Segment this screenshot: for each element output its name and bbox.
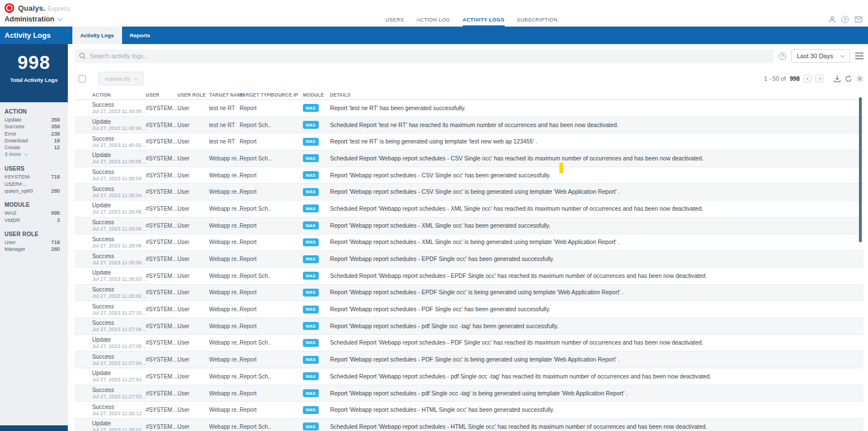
table-row[interactable]: SuccessJul 27, 2023 11:30:04 ...#SYSTEM.… <box>75 184 863 201</box>
action-label: Success <box>92 236 146 242</box>
date-range-select[interactable]: Last 30 Days <box>791 49 850 63</box>
table-row[interactable]: SuccessJul 27, 2023 11:29:06 ...#SYSTEM.… <box>75 217 863 234</box>
tab-activity-logs[interactable]: Activity Logs <box>72 27 122 44</box>
search-box[interactable] <box>75 49 774 63</box>
cell-user-role: User <box>177 155 209 162</box>
action-label: Success <box>92 404 146 410</box>
table-row[interactable]: SuccessJul 27, 2023 11:30:04 ...#SYSTEM.… <box>75 167 863 184</box>
filter-item-success[interactable]: Success359 <box>0 123 68 130</box>
filter-item-label: Create <box>5 144 20 151</box>
cell-target-name: Webapp re... <box>209 407 240 413</box>
column-header-action[interactable]: ACTION <box>92 92 146 98</box>
filter-item-manager[interactable]: Manager280 <box>0 246 68 252</box>
search-help-icon[interactable]: ? <box>779 53 786 60</box>
module-badge: WAS <box>303 306 319 314</box>
next-page-button[interactable] <box>815 75 823 82</box>
pagination-total: 998 <box>789 75 800 82</box>
filter-item-vmdr[interactable]: VMDR3 <box>0 217 68 224</box>
action-timestamp: Jul 27, 2023 11:28:09 ... <box>92 260 146 265</box>
table-row[interactable]: UpdateJul 27, 2023 11:27:04 ...#SYSTEM..… <box>75 368 863 385</box>
cell-user: #SYSTEM... <box>146 138 177 145</box>
cell-module: WAS <box>303 356 330 364</box>
filter-item-download[interactable]: Download19 <box>0 137 68 144</box>
search-input[interactable] <box>90 53 769 59</box>
cell-target-name: Webapp re... <box>209 256 240 262</box>
top-icons: ? <box>828 16 862 23</box>
top-nav-activity-logs[interactable]: ACTIVITY LOGS <box>463 17 505 27</box>
filter-item-error[interactable]: Error238 <box>0 130 68 137</box>
cell-module: WAS <box>303 372 330 380</box>
filter-more-link[interactable]: 3 more <box>0 151 68 158</box>
table-row[interactable]: SuccessJul 27, 2023 11:40:09 ...#SYSTEM.… <box>75 100 863 117</box>
cell-module: WAS <box>303 255 330 263</box>
table-row[interactable]: SuccessJul 27, 2023 11:28:02 ...#SYSTEM.… <box>75 285 863 302</box>
cell-user: #SYSTEM... <box>146 323 177 329</box>
settings-gear-icon[interactable] <box>856 75 863 82</box>
table-row[interactable]: SuccessJul 27, 2023 11:28:09 ...#SYSTEM.… <box>75 251 863 268</box>
cell-user-role: User <box>177 407 209 413</box>
filter-item-user[interactable]: User718 <box>0 239 68 246</box>
filter-item-system-user[interactable]: #SYSTEM-USER#...718 <box>0 173 68 188</box>
column-header-user[interactable]: USER <box>146 92 177 98</box>
mail-icon[interactable] <box>854 16 862 23</box>
prev-page-button[interactable] <box>804 75 811 82</box>
cell-action: UpdateJul 27, 2023 11:29:06 ... <box>92 202 146 215</box>
action-label: Update <box>92 119 146 125</box>
cell-module: WAS <box>303 104 330 112</box>
table-row[interactable]: SuccessJul 27, 2023 11:26:12 ...#SYSTEM.… <box>75 402 863 419</box>
cell-details: Scheduled Report 'Webapp report schedule… <box>330 273 863 279</box>
pagination-range: 1 - 50 of <box>764 75 786 82</box>
column-header-user-role[interactable]: USER ROLE <box>177 92 209 98</box>
vertical-scrollbar[interactable] <box>859 97 862 242</box>
cell-user: #SYSTEM... <box>146 189 177 195</box>
download-icon[interactable] <box>834 75 841 82</box>
tab-reports[interactable]: Reports <box>122 27 158 44</box>
cell-action: SuccessJul 27, 2023 11:27:03 ... <box>92 387 146 399</box>
table-row[interactable]: UpdateJul 27, 2023 11:29:06 ...#SYSTEM..… <box>75 201 863 217</box>
action-timestamp: Jul 27, 2023 11:26:12 ... <box>92 411 146 416</box>
column-header-target-name[interactable]: TARGET NAME <box>209 92 240 98</box>
cell-action: UpdateJul 27, 2023 11:40:04 ... <box>92 119 146 131</box>
administration-menu[interactable]: Administration <box>5 15 62 23</box>
action-timestamp: Jul 27, 2023 11:30:05 ... <box>92 159 146 164</box>
filter-item-update[interactable]: Update359 <box>0 116 68 123</box>
top-nav: USERSACTION LOGACTIVITY LOGSSUBSCRIPTION <box>385 17 558 27</box>
filter-item-create[interactable]: Create12 <box>0 144 68 151</box>
top-nav-users[interactable]: USERS <box>385 17 404 27</box>
module-badge: WAS <box>303 138 319 146</box>
table-row[interactable]: UpdateJul 27, 2023 11:28:03 ...#SYSTEM..… <box>75 268 863 285</box>
cell-action: SuccessJul 27, 2023 11:29:06 ... <box>92 236 146 249</box>
menu-icon[interactable] <box>855 51 863 60</box>
module-badge: WAS <box>303 121 319 129</box>
table-row[interactable]: UpdateJul 27, 2023 11:30:05 ...#SYSTEM..… <box>75 150 863 167</box>
filter-item-label: Download <box>5 137 28 144</box>
sidebar-footer <box>0 425 68 431</box>
column-header-target-type[interactable]: TARGET TYPE <box>240 92 271 98</box>
column-header-details[interactable]: DETAILS <box>330 92 863 98</box>
table-row[interactable]: SuccessJul 27, 2023 11:40:02 ...#SYSTEM.… <box>75 133 863 150</box>
filter-item-quays-vp60[interactable]: quays_vp60280 <box>0 188 68 194</box>
table-row[interactable]: SuccessJul 27, 2023 11:29:06 ...#SYSTEM.… <box>75 234 863 251</box>
table-row[interactable]: SuccessJul 27, 2023 11:27:03 ...#SYSTEM.… <box>75 385 863 402</box>
actions-button[interactable]: Actions (0) <box>98 72 144 85</box>
cell-details: Report 'Webapp report schedules - pdf Si… <box>330 390 863 397</box>
filter-item-was[interactable]: WAS995 <box>0 210 68 216</box>
top-nav-action-log[interactable]: ACTION LOG <box>416 17 450 27</box>
user-icon[interactable] <box>828 16 836 23</box>
column-header-module[interactable]: MODULE <box>303 92 330 98</box>
help-icon[interactable]: ? <box>841 16 849 23</box>
cell-details: Report 'Webapp report schedules - CSV Si… <box>330 172 863 179</box>
table-row[interactable]: SuccessJul 27, 2023 11:27:10 ...#SYSTEM.… <box>75 301 863 318</box>
table-row[interactable]: UpdateJul 27, 2023 11:27:05 ...#SYSTEM..… <box>75 335 863 352</box>
table-row[interactable]: UpdateJul 27, 2023 11:26:02 ...#SYSTEM..… <box>75 419 863 431</box>
select-all-checkbox[interactable] <box>79 75 86 82</box>
refresh-icon[interactable] <box>845 75 852 82</box>
table-row[interactable]: SuccessJul 27, 2023 11:27:04 ...#SYSTEM.… <box>75 351 863 368</box>
filter-item-count: 12 <box>54 144 60 151</box>
sidebar: 998 Total Activity Logs ACTIONUpdate359S… <box>0 44 68 431</box>
top-nav-subscription[interactable]: SUBSCRIPTION <box>517 17 558 27</box>
cell-details: Report 'Webapp report schedules - PDF Si… <box>330 356 863 363</box>
column-header-source-ip[interactable]: SOURCE IP <box>271 92 303 98</box>
table-row[interactable]: SuccessJul 27, 2023 11:27:09 ...#SYSTEM.… <box>75 318 863 335</box>
table-row[interactable]: UpdateJul 27, 2023 11:40:04 ...#SYSTEM..… <box>75 117 863 134</box>
